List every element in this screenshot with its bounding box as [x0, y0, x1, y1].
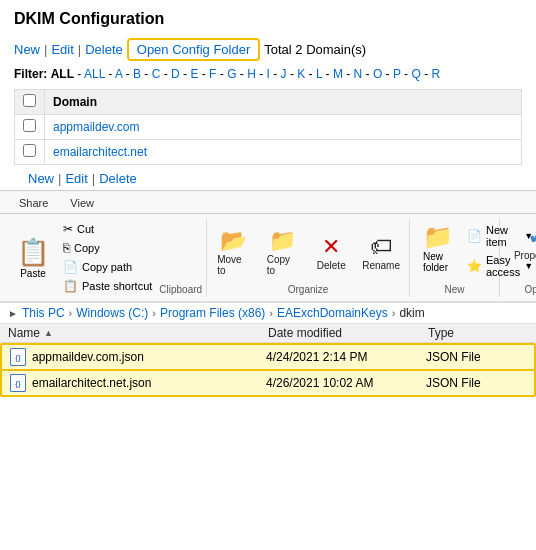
- total-label: Total 2 Domain(s): [264, 42, 366, 57]
- filter-c[interactable]: C: [152, 67, 161, 81]
- table-row: appmaildev.com: [15, 115, 522, 140]
- filter-l[interactable]: L: [316, 67, 322, 81]
- file-type-1: JSON File: [426, 350, 526, 364]
- nav-new[interactable]: New: [14, 42, 40, 57]
- col-modified-label: Date modified: [268, 326, 428, 340]
- address-program-files[interactable]: Program Files (x86): [160, 306, 265, 320]
- file-modified-2: 4/26/2021 10:02 AM: [266, 376, 426, 390]
- new-folder-button[interactable]: 📁 New folder: [418, 220, 458, 282]
- row2-checkbox-cell[interactable]: [15, 140, 45, 165]
- filter-a[interactable]: A: [115, 67, 122, 81]
- paste-shortcut-icon: 📋: [63, 279, 78, 293]
- new-group-label: New: [418, 284, 491, 295]
- row2-checkbox[interactable]: [23, 144, 36, 157]
- filter-q[interactable]: Q: [411, 67, 420, 81]
- paste-button[interactable]: 📋 Paste: [10, 220, 56, 295]
- domain-col-header: Domain: [45, 90, 522, 115]
- filter-all[interactable]: ALL: [84, 67, 105, 81]
- explorer-section: Share View 📋 Paste ✂ Cut ⎘ Copy: [0, 190, 536, 397]
- file-name-cell-1: {} appmaildev.com.json: [10, 348, 266, 366]
- paste-shortcut-label: Paste shortcut: [82, 280, 152, 292]
- delete-label: Delete: [317, 260, 346, 271]
- filter-f[interactable]: F: [209, 67, 216, 81]
- copy-button[interactable]: ⎘ Copy: [58, 239, 157, 257]
- row1-checkbox-cell[interactable]: [15, 115, 45, 140]
- file-row-2[interactable]: {} emailarchitect.net.json 4/26/2021 10:…: [0, 369, 536, 397]
- properties-icon: ✔: [528, 224, 536, 250]
- tab-share[interactable]: Share: [8, 193, 59, 213]
- delete-button[interactable]: ✕ Delete: [309, 230, 353, 275]
- delete-icon: ✕: [322, 234, 340, 260]
- open-config-button[interactable]: Open Config Folder: [127, 38, 260, 61]
- nav-delete[interactable]: Delete: [85, 42, 123, 57]
- address-this-pc[interactable]: This PC: [22, 306, 65, 320]
- copy-label: Copy: [74, 242, 100, 254]
- filter-j[interactable]: J: [281, 67, 287, 81]
- file-row-1[interactable]: {} appmaildev.com.json 4/24/2021 2:14 PM…: [0, 343, 536, 371]
- tab-view[interactable]: View: [59, 193, 105, 213]
- rename-icon: 🏷: [370, 234, 392, 260]
- move-to-label: Move to: [217, 254, 251, 276]
- scissors-icon: ✂: [63, 222, 73, 236]
- filter-b[interactable]: B: [133, 67, 141, 81]
- file-list-header: Name ▲ Date modified Type: [0, 324, 536, 343]
- filter-p[interactable]: P: [393, 67, 401, 81]
- copy-path-button[interactable]: 📄 Copy path: [58, 258, 157, 276]
- filter-n[interactable]: N: [354, 67, 363, 81]
- copy-to-icon: 📁: [269, 228, 296, 254]
- rename-button[interactable]: 🏷 Rename: [357, 230, 405, 275]
- new-folder-label: New folder: [423, 251, 453, 273]
- ribbon-content: 📋 Paste ✂ Cut ⎘ Copy 📄 Copy path: [0, 214, 536, 301]
- ribbon: Share View 📋 Paste ✂ Cut ⎘ Copy: [0, 191, 536, 302]
- filter-k[interactable]: K: [297, 67, 305, 81]
- row1-checkbox[interactable]: [23, 119, 36, 132]
- filter-e[interactable]: E: [190, 67, 198, 81]
- address-windows-c[interactable]: Windows (C:): [76, 306, 148, 320]
- file-modified-1: 4/24/2021 2:14 PM: [266, 350, 426, 364]
- paste-shortcut-button[interactable]: 📋 Paste shortcut: [58, 277, 157, 295]
- sort-arrow-icon: ▲: [44, 328, 53, 338]
- open-group-label: Open: [525, 284, 537, 295]
- filter-m[interactable]: M: [333, 67, 343, 81]
- address-eaexch[interactable]: EAExchDomainKeys: [277, 306, 388, 320]
- bottom-nav: New | Edit | Delete: [14, 167, 522, 190]
- organize-group-label: Organize: [288, 284, 329, 295]
- ribbon-tabs: Share View: [0, 191, 536, 214]
- json-file-icon-1: {}: [10, 348, 26, 366]
- nav-back-icon: ►: [8, 308, 18, 319]
- copy-icon: ⎘: [63, 241, 70, 255]
- filter-r[interactable]: R: [431, 67, 440, 81]
- move-to-button[interactable]: 📂 Move to: [211, 224, 257, 280]
- file-name-1: appmaildev.com.json: [32, 350, 144, 364]
- cut-button[interactable]: ✂ Cut: [58, 220, 157, 238]
- properties-label: Properties: [514, 250, 536, 261]
- row1-domain-link[interactable]: appmaildev.com: [53, 120, 139, 134]
- move-to-icon: 📂: [220, 228, 247, 254]
- nav-edit[interactable]: Edit: [51, 42, 73, 57]
- bottom-new[interactable]: New: [28, 171, 54, 186]
- properties-button[interactable]: ✔ Properties: [508, 220, 536, 265]
- select-all-header[interactable]: [15, 90, 45, 115]
- page-title: DKIM Configuration: [14, 10, 522, 28]
- admin-panel: DKIM Configuration New | Edit | Delete O…: [0, 0, 536, 190]
- clipboard-right: ✂ Cut ⎘ Copy 📄 Copy path 📋 Paste shortcu…: [58, 220, 157, 295]
- filter-h[interactable]: H: [247, 67, 256, 81]
- select-all-checkbox[interactable]: [23, 94, 36, 107]
- copy-to-button[interactable]: 📁 Copy to: [261, 224, 306, 280]
- copy-to-label: Copy to: [267, 254, 300, 276]
- row1-domain: appmaildev.com: [45, 115, 522, 140]
- col-name-label: Name: [8, 326, 40, 340]
- filter-i[interactable]: I: [267, 67, 270, 81]
- copy-path-icon: 📄: [63, 260, 78, 274]
- filter-g[interactable]: G: [227, 67, 236, 81]
- row2-domain-link[interactable]: emailarchitect.net: [53, 145, 147, 159]
- bottom-edit[interactable]: Edit: [65, 171, 87, 186]
- new-group: 📁 New folder 📄 New item ▼ ⭐ Easy access …: [410, 218, 500, 297]
- new-item-icon: 📄: [467, 229, 482, 243]
- filter-d[interactable]: D: [171, 67, 180, 81]
- bottom-delete[interactable]: Delete: [99, 171, 137, 186]
- file-type-2: JSON File: [426, 376, 526, 390]
- filter-o[interactable]: O: [373, 67, 382, 81]
- copy-path-label: Copy path: [82, 261, 132, 273]
- filter-label: Filter:: [14, 67, 47, 81]
